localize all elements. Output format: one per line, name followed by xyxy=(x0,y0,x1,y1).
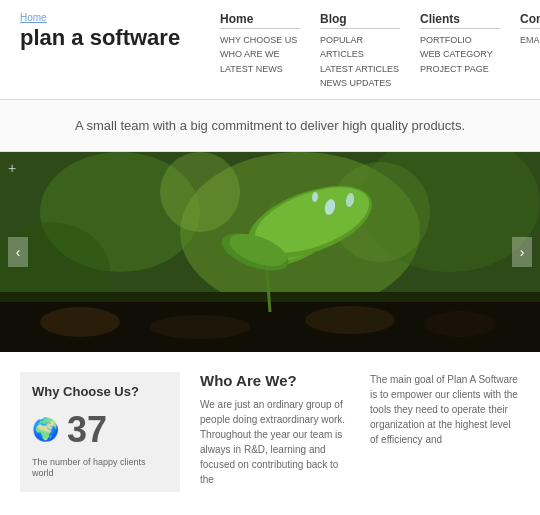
nav-clients-column: Clients PORTFOLIO WEB CATEGORY PROJECT P… xyxy=(420,12,500,91)
tagline-text: A small team with a big commitment to de… xyxy=(75,118,465,133)
nav-latest-articles-link[interactable]: LATEST ARTICLES xyxy=(320,62,400,76)
logo-area: Home plan a software xyxy=(20,12,220,51)
nav-email-quote-link[interactable]: EMAIL / QUOTE xyxy=(520,33,540,47)
nav-portfolio-link[interactable]: PORTFOLIO xyxy=(420,33,500,47)
nav-blog-column: Blog POPULAR ARTICLES LATEST ARTICLES NE… xyxy=(320,12,400,91)
nav-popular-articles-link[interactable]: POPULAR ARTICLES xyxy=(320,33,400,62)
stat-number: 37 xyxy=(67,409,107,451)
main-goal-panel: The main goal of Plan A Software is to e… xyxy=(370,372,520,492)
slider-prev-button[interactable]: ‹ xyxy=(8,237,28,267)
svg-point-10 xyxy=(150,315,250,339)
svg-point-9 xyxy=(40,307,120,337)
why-choose-panel: Why Choose Us? 🌍 37 The number of happy … xyxy=(20,372,180,492)
svg-point-11 xyxy=(305,306,395,334)
nav-home-link[interactable]: Home xyxy=(220,12,300,29)
home-breadcrumb-link[interactable]: Home xyxy=(20,12,220,23)
why-choose-title: Why Choose Us? xyxy=(32,384,168,399)
plus-icon: + xyxy=(8,160,16,176)
who-are-text: We are just an ordinary group of people … xyxy=(200,397,350,487)
main-nav: Home WHY CHOOSE US WHO ARE WE LATEST NEW… xyxy=(220,12,540,91)
who-are-title: Who Are We? xyxy=(200,372,350,389)
main-goal-text: The main goal of Plan A Software is to e… xyxy=(370,372,520,447)
svg-point-5 xyxy=(160,152,240,232)
site-logo[interactable]: plan a software xyxy=(20,25,220,51)
plant-illustration xyxy=(0,152,540,352)
nav-clients-link[interactable]: Clients xyxy=(420,12,500,29)
nav-why-choose-link[interactable]: WHY CHOOSE US xyxy=(220,33,300,47)
nav-contact-link[interactable]: Contact xyxy=(520,12,540,29)
nav-web-category-link[interactable]: WEB CATEGORY xyxy=(420,47,500,61)
nav-contact-column: Contact EMAIL / QUOTE xyxy=(520,12,540,91)
world-icon: 🌍 xyxy=(32,417,59,443)
nav-home-column: Home WHY CHOOSE US WHO ARE WE LATEST NEW… xyxy=(220,12,300,91)
who-are-panel: Who Are We? We are just an ordinary grou… xyxy=(200,372,350,492)
nav-news-updates-link[interactable]: NEWS UPDATES xyxy=(320,76,400,90)
nav-project-page-link[interactable]: PROJECT PAGE xyxy=(420,62,500,76)
nav-blog-link[interactable]: Blog xyxy=(320,12,400,29)
slider-next-button[interactable]: › xyxy=(512,237,532,267)
stat-label: The number of happy clients world xyxy=(32,457,168,480)
stats-row: 🌍 37 xyxy=(32,409,168,451)
hero-slider: + ‹ › xyxy=(0,152,540,352)
slider-background: + ‹ › xyxy=(0,152,540,352)
header: Home plan a software Home WHY CHOOSE US … xyxy=(0,0,540,100)
nav-who-are-link[interactable]: WHO ARE WE xyxy=(220,47,300,61)
tagline-bar: A small team with a big commitment to de… xyxy=(0,100,540,152)
svg-point-12 xyxy=(425,311,495,337)
bottom-section: Why Choose Us? 🌍 37 The number of happy … xyxy=(0,352,540,512)
nav-latest-news-link[interactable]: LATEST NEWS xyxy=(220,62,300,76)
